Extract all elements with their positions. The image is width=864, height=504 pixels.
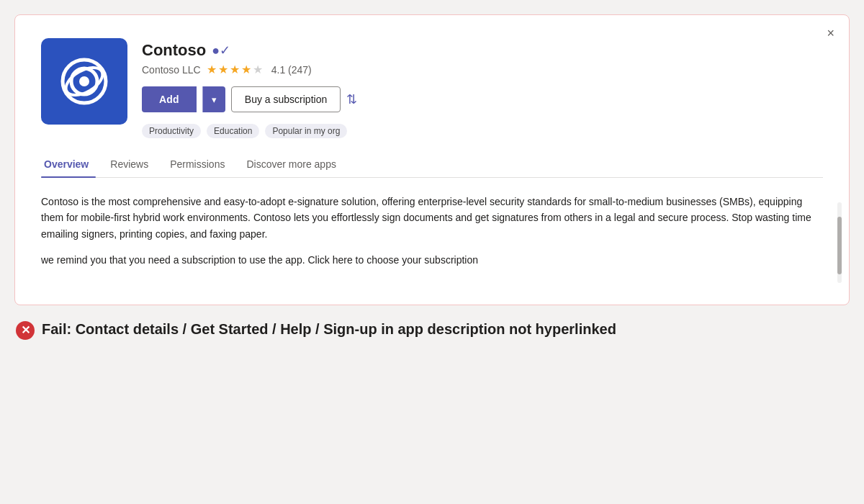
description-section: Contoso is the most comprehensive and ea…: [41, 194, 823, 269]
description-para-1: Contoso is the most comprehensive and ea…: [41, 194, 823, 242]
link-icon-button[interactable]: ⇅: [346, 91, 357, 107]
star-rating: ★ ★ ★ ★ ★: [207, 63, 263, 76]
tag-education[interactable]: Education: [207, 124, 259, 138]
star-2: ★: [218, 63, 228, 76]
star-4: ★: [241, 63, 251, 76]
tag-popular[interactable]: Popular in my org: [265, 124, 347, 138]
link-icon: ⇅: [346, 91, 357, 107]
app-icon: [41, 38, 127, 125]
app-detail-modal: × Contoso ●✓ Contoso LLC: [14, 14, 850, 305]
description-para-2: we remind you that you need a subscripti…: [41, 252, 823, 268]
scrollbar-thumb: [837, 217, 842, 274]
tabs-row: Overview Reviews Permissions Discover mo…: [41, 153, 823, 178]
fail-banner: ✕ Fail: Contact details / Get Started / …: [14, 317, 850, 340]
app-info-section: Contoso ●✓ Contoso LLC ★ ★ ★ ★ ★ 4.1 (24…: [142, 38, 823, 138]
star-1: ★: [207, 63, 217, 76]
app-publisher-row: Contoso LLC ★ ★ ★ ★ ★ 4.1 (247): [142, 63, 823, 76]
close-button[interactable]: ×: [827, 27, 834, 40]
star-3: ★: [230, 63, 240, 76]
tab-overview[interactable]: Overview: [41, 153, 102, 177]
star-5: ★: [253, 63, 263, 76]
tab-reviews[interactable]: Reviews: [107, 153, 161, 177]
app-publisher: Contoso LLC: [142, 64, 201, 76]
tag-productivity[interactable]: Productivity: [142, 124, 201, 138]
chevron-down-icon: ▾: [212, 94, 217, 105]
app-name: Contoso: [142, 41, 206, 60]
buy-subscription-button[interactable]: Buy a subscription: [231, 86, 341, 112]
app-header: Contoso ●✓ Contoso LLC ★ ★ ★ ★ ★ 4.1 (24…: [41, 38, 823, 138]
svg-point-3: [79, 76, 89, 86]
tags-row: Productivity Education Popular in my org: [142, 124, 823, 138]
tab-discover-more[interactable]: Discover more apps: [243, 153, 349, 177]
tab-permissions[interactable]: Permissions: [167, 153, 238, 177]
verified-icon: ●✓: [212, 42, 230, 58]
scrollbar[interactable]: [837, 202, 842, 283]
fail-message: Fail: Contact details / Get Started / He…: [42, 320, 616, 338]
rating-value: 4.1 (247): [271, 64, 312, 76]
add-dropdown-button[interactable]: ▾: [202, 86, 225, 112]
add-button[interactable]: Add: [142, 86, 197, 112]
app-name-row: Contoso ●✓: [142, 41, 823, 60]
fail-icon: ✕: [16, 321, 35, 340]
action-row: Add ▾ Buy a subscription ⇅: [142, 86, 823, 112]
